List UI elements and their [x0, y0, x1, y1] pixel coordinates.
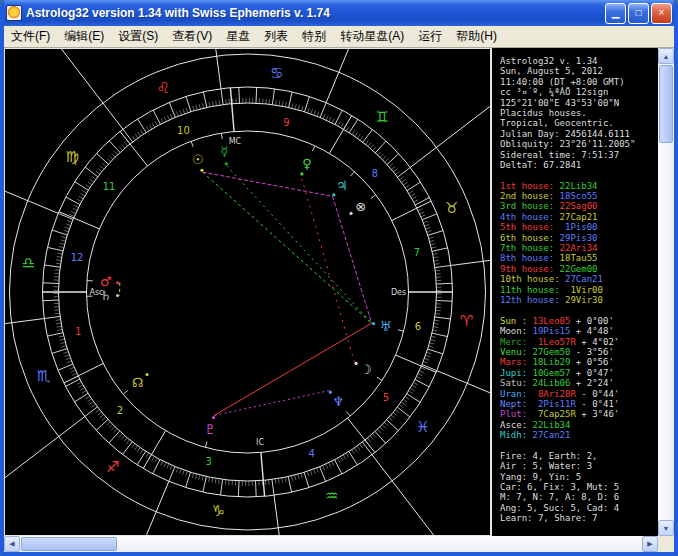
minimize-button[interactable]: ▁: [605, 3, 626, 24]
horizontal-scroll-thumb[interactable]: [21, 537, 117, 551]
horizontal-scrollbar[interactable]: ◀ ▶: [4, 536, 658, 552]
menu-item[interactable]: 文件(F): [4, 26, 57, 47]
sidebar-line: Sidereal time: 7:51:37: [500, 150, 658, 160]
scroll-left-button[interactable]: ◀: [4, 536, 20, 552]
menu-item[interactable]: 转动星盘(A): [333, 26, 411, 47]
house-number: 1: [75, 326, 81, 337]
sidebar-line: 11:40:00 (DT +8:00 GMT): [500, 77, 658, 87]
zodiac-sign-glyph: ♎: [22, 254, 35, 272]
sidebar-line: Mars: 18Lib29 + 0°56': [500, 357, 658, 367]
planet-glyph-moon: ☽: [360, 362, 372, 377]
sidebar-line: Placidus houses.: [500, 108, 658, 118]
house-number: 11: [103, 181, 116, 192]
bottom-row: ◀ ▶: [4, 536, 674, 552]
scroll-left-icon: ◀: [9, 540, 14, 548]
title-bar[interactable]: Astrolog32 version 1.34 with Swiss Ephem…: [4, 0, 674, 26]
planet-dot-venu: [300, 172, 303, 175]
sidebar-line: Sun : 13Leo05 + 0°00': [500, 316, 658, 326]
scroll-right-button[interactable]: ▶: [642, 536, 658, 552]
scroll-down-icon: ▼: [663, 525, 670, 532]
sidebar-line: 9th house: 22Gem00: [500, 264, 658, 274]
planet-glyph-merc: ☿: [220, 144, 228, 159]
zodiac-sign-glyph: ♋: [270, 64, 283, 82]
menu-item[interactable]: 设置(S): [111, 26, 165, 47]
zodiac-sign-glyph: ♍: [66, 148, 79, 166]
planet-dot-sun: [200, 169, 203, 172]
window-title: Astrolog32 version 1.34 with Swiss Ephem…: [26, 6, 601, 20]
house-number: 7: [414, 247, 420, 258]
menu-item[interactable]: 帮助(H): [449, 26, 504, 47]
sidebar-line: 8th house: 18Tau55: [500, 253, 658, 263]
sidebar-line: 2nd house: 18Sco55: [500, 191, 658, 201]
sidebar-line: 5th house: 1Pis00: [500, 222, 658, 232]
menu-bar: 文件(F)编辑(E)设置(S)查看(V)星盘列表特别转动星盘(A)运行帮助(H): [4, 26, 674, 48]
scroll-up-icon: ▲: [663, 53, 670, 60]
angle-label-ic: IC: [256, 438, 264, 447]
zodiac-sign-glyph: ♊: [376, 108, 389, 126]
sidebar-line: Car: 6, Fix: 3, Mut: 5: [500, 482, 658, 492]
planet-glyph-uran: ♅: [379, 319, 391, 334]
scrollbar-corner: [658, 536, 674, 552]
house-number: 9: [283, 117, 289, 128]
sidebar-line: [500, 305, 658, 315]
menu-item[interactable]: 列表: [257, 26, 295, 47]
sidebar-line: 1st house: 22Lib34: [500, 181, 658, 191]
sidebar-line: [500, 170, 658, 180]
sidebar-line: 6th house: 29Pis30: [500, 233, 658, 243]
planet-dot-moon: [355, 362, 358, 365]
maximize-button[interactable]: □: [628, 3, 649, 24]
house-number: 12: [71, 252, 84, 263]
close-button[interactable]: ×: [651, 3, 672, 24]
sidebar-line: Julian Day: 2456144.6111: [500, 129, 658, 139]
planet-glyph-nept: ♆: [332, 394, 344, 409]
planet-dot-node: [145, 373, 148, 376]
sidebar-line: 4th house: 27Cap21: [500, 212, 658, 222]
house-number: 4: [308, 448, 314, 459]
sidebar-line: Merc: 1Leo57R + 4°02': [500, 337, 658, 347]
planet-glyph-plut: ♇: [205, 422, 217, 437]
zodiac-sign-glyph: ♌: [156, 79, 169, 97]
sidebar-line: 125°21'00"E 43°53'00"N: [500, 98, 658, 108]
sidebar-line: Fire: 4, Earth: 2,: [500, 451, 658, 461]
scroll-up-button[interactable]: ▲: [658, 48, 674, 64]
scroll-right-icon: ▶: [647, 540, 652, 548]
angle-label-asc: Asc: [89, 288, 103, 297]
planet-dot-merc: [225, 162, 228, 165]
maximize-icon: □: [635, 8, 641, 18]
house-number: 6: [415, 321, 421, 332]
sidebar-line: Obliquity: 23°26'11.2005": [500, 139, 658, 149]
sidebar-line: 3rd house: 22Sag00: [500, 201, 658, 211]
planet-glyph-venu: ♀: [302, 156, 312, 171]
sidebar-line: Nept: 2Pis11R - 0°41': [500, 399, 658, 409]
sidebar-line: Astrolog32 v. 1.34: [500, 56, 658, 66]
main-content: ♈♉♊♋♌♍♎♏♐♑♒♓123456789101112☉☽☿♀♂♃♄♅♆♇☊⊗A…: [4, 48, 674, 536]
sidebar-line: cc ³¤´º, ¼ªÁÖ 12sign: [500, 87, 658, 97]
sidebar-line: 12th house: 29Vir30: [500, 295, 658, 305]
planet-glyph-jupi: ♃: [336, 178, 348, 193]
sidebar-line: M: 7, N: 7, A: 8, D: 6: [500, 492, 658, 502]
planet-dot-jupi: [332, 193, 335, 196]
app-icon: [6, 5, 22, 21]
planet-dot-satu: [116, 294, 119, 297]
house-number: 2: [117, 405, 123, 416]
sidebar-line: Yang: 9, Yin: 5: [500, 472, 658, 482]
house-number: 5: [383, 392, 389, 403]
menu-item[interactable]: 星盘: [219, 26, 257, 47]
menu-item[interactable]: 编辑(E): [57, 26, 111, 47]
window-controls: ▁ □ ×: [605, 3, 672, 24]
sidebar-line: Asce: 22Lib34: [500, 420, 658, 430]
sidebar-line: Midh: 27Can21: [500, 430, 658, 440]
sidebar-line: Jupi: 10Gem57 + 0°47': [500, 368, 658, 378]
angle-label-des: Des: [391, 288, 406, 297]
chart-wheel: ♈♉♊♋♌♍♎♏♐♑♒♓123456789101112☉☽☿♀♂♃♄♅♆♇☊⊗A…: [4, 48, 491, 536]
sidebar-line: [500, 440, 658, 450]
menu-item[interactable]: 特别: [295, 26, 333, 47]
vertical-scroll-thumb[interactable]: [659, 65, 673, 143]
vertical-scrollbar[interactable]: ▲ ▼: [658, 48, 674, 536]
sidebar-line: Air : 5, Water: 3: [500, 461, 658, 471]
scroll-down-button[interactable]: ▼: [658, 520, 674, 536]
menu-item[interactable]: 运行: [411, 26, 449, 47]
menu-item[interactable]: 查看(V): [165, 26, 219, 47]
angle-label-mc: MC: [229, 137, 242, 146]
sidebar-line: 11th house: 1Vir00: [500, 285, 658, 295]
